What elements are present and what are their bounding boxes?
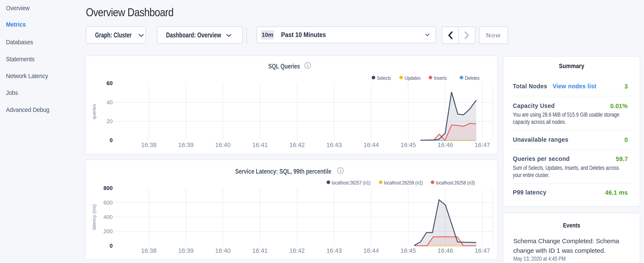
svg-text:16:44: 16:44	[364, 247, 379, 254]
svg-text:400: 400	[104, 214, 113, 220]
svg-text:16:41: 16:41	[252, 247, 268, 254]
svg-text:16:38: 16:38	[141, 141, 157, 148]
svg-text:16:42: 16:42	[289, 247, 305, 254]
svg-text:16:44: 16:44	[364, 141, 379, 148]
svg-text:16:45: 16:45	[400, 247, 416, 254]
svg-text:latency (ms): latency (ms)	[92, 204, 97, 230]
svg-text:200: 200	[104, 228, 113, 234]
svg-text:16:39: 16:39	[178, 247, 194, 254]
svg-text:16:38: 16:38	[141, 247, 157, 254]
svg-text:16:43: 16:43	[326, 141, 342, 148]
svg-text:16:46: 16:46	[438, 247, 453, 254]
svg-text:16:47: 16:47	[474, 247, 490, 254]
svg-text:16:39: 16:39	[178, 141, 194, 148]
svg-text:16:45: 16:45	[400, 141, 416, 148]
svg-text:800: 800	[104, 185, 113, 191]
svg-text:40: 40	[106, 99, 113, 106]
svg-text:16:42: 16:42	[289, 141, 305, 148]
svg-text:60: 60	[106, 80, 113, 86]
svg-text:600: 600	[104, 199, 113, 206]
svg-text:16:47: 16:47	[474, 141, 490, 148]
svg-text:0: 0	[110, 242, 113, 249]
svg-text:16:40: 16:40	[215, 141, 231, 148]
svg-text:16:46: 16:46	[438, 141, 453, 148]
svg-text:16:43: 16:43	[326, 247, 342, 254]
svg-text:0: 0	[110, 137, 113, 143]
svg-text:16:41: 16:41	[252, 141, 268, 148]
svg-text:20: 20	[106, 118, 113, 124]
svg-text:16:40: 16:40	[215, 247, 231, 254]
svg-text:queries: queries	[92, 104, 97, 119]
